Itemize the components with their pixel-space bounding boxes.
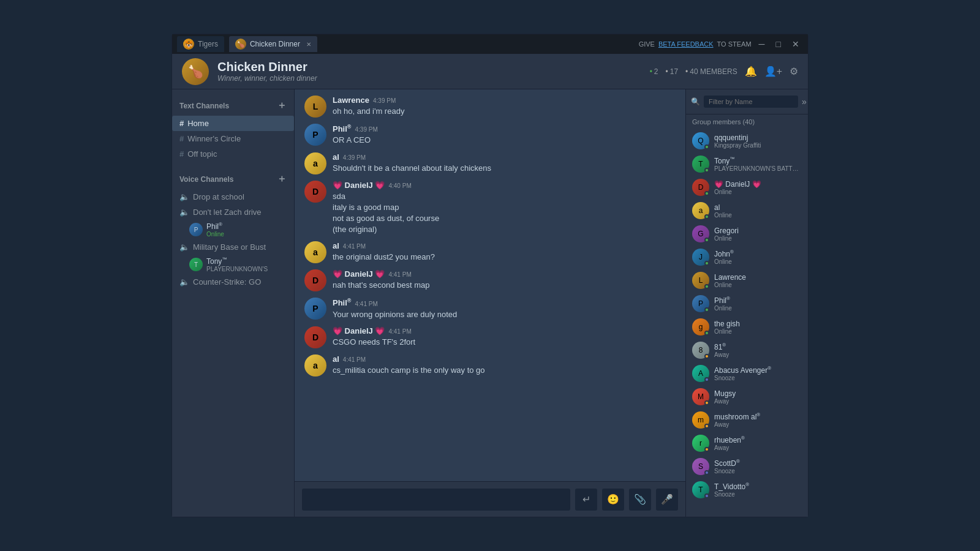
add-voice-channel-button[interactable]: ＋ <box>277 173 287 186</box>
maximize-button[interactable]: □ <box>772 38 785 50</box>
group-header: 🍗 Chicken Dinner Winner, winner, chicken… <box>172 54 808 89</box>
chat-area: L Lawrence 4:39 PM oh ho, and i'm ready … <box>295 89 685 517</box>
group-name: Chicken Dinner <box>217 60 641 74</box>
list-item[interactable]: L Lawrence Online <box>686 269 808 292</box>
member-info: rhueben® Away <box>714 435 802 451</box>
list-item[interactable]: a al Online <box>686 199 808 222</box>
members-panel: 🔍 » Group members (40) Q qqquentinj King… <box>685 89 808 517</box>
mic-button[interactable]: 🎤 <box>656 489 678 511</box>
close-button[interactable]: ✕ <box>788 38 803 50</box>
avatar: Q <box>692 132 709 149</box>
phil-info: Phil® Online <box>206 222 224 238</box>
channel-off-topic[interactable]: # Off topic <box>172 146 294 162</box>
avatar: r <box>692 435 709 452</box>
member-info: Lawrence Online <box>714 273 802 288</box>
avatar: D <box>692 179 709 196</box>
list-item[interactable]: P Phil® Online <box>686 292 808 315</box>
table-row: D 💗 DanielJ 💗 4:41 PM CSGO needs TF's 2f… <box>304 326 676 348</box>
hash-icon: # <box>179 149 184 159</box>
table-row: D 💗 DanielJ 💗 4:41 PM nah that's second … <box>304 269 676 291</box>
tony-avatar: T <box>189 258 203 271</box>
status-dot <box>704 377 709 382</box>
attach-button[interactable]: 📎 <box>629 489 651 511</box>
avatar: D <box>304 269 326 291</box>
table-row: D 💗 DanielJ 💗 4:40 PM sda italy is a goo… <box>304 181 676 236</box>
status-dot <box>704 168 709 173</box>
members-list: Q qqquentinj Kingspray Graffiti T Tony™ … <box>686 129 808 517</box>
avatar: M <box>692 388 709 405</box>
msg-content: Lawrence 4:39 PM oh ho, and i'm ready <box>333 96 676 117</box>
status-dot <box>704 400 709 405</box>
voice-dont-let-zach-drive[interactable]: 🔈 Don't let Zach drive <box>172 204 294 220</box>
member-info: qqquentinj Kingspray Graffiti <box>714 133 802 149</box>
status-dot <box>704 331 709 335</box>
minimize-button[interactable]: ─ <box>755 38 769 50</box>
avatar: J <box>692 249 709 266</box>
title-bar-right: GIVE BETA FEEDBACK TO STEAM ─ □ ✕ <box>639 38 803 50</box>
messages-container: L Lawrence 4:39 PM oh ho, and i'm ready … <box>295 89 685 481</box>
avatar: a <box>692 202 709 219</box>
send-button[interactable]: ↵ <box>575 489 597 511</box>
list-item[interactable]: m mushroom al® Away <box>686 408 808 432</box>
message-input[interactable] <box>302 489 570 511</box>
beta-feedback-link[interactable]: BETA FEEDBACK <box>658 40 714 48</box>
status-dot <box>704 261 709 266</box>
gear-icon[interactable]: ⚙ <box>790 66 798 77</box>
msg-content: 💗 DanielJ 💗 4:41 PM CSGO needs TF's 2for… <box>333 326 676 348</box>
avatar: S <box>692 458 709 475</box>
list-item[interactable]: r rhueben® Away <box>686 432 808 455</box>
list-item[interactable]: Q qqquentinj Kingspray Graffiti <box>686 129 808 152</box>
member-info: T_Vidotto® Snooze <box>714 482 802 498</box>
members-search-input[interactable] <box>704 96 798 108</box>
add-text-channel-button[interactable]: ＋ <box>277 99 287 112</box>
voice-user-tony: T Tony™ PLAYERUNKNOWN'S <box>172 255 294 274</box>
list-item[interactable]: S ScottD® Snooze <box>686 455 808 478</box>
list-item[interactable]: D 💗 DanielJ 💗 Online <box>686 176 808 199</box>
voice-drop-at-school[interactable]: 🔈 Drop at school <box>172 189 294 204</box>
table-row: a al 4:39 PM Shouldn't it be a channel a… <box>304 152 676 174</box>
status-dot <box>704 238 709 242</box>
avatar: L <box>692 272 709 289</box>
hash-icon: # <box>179 134 184 143</box>
voice-user-phil: P Phil® Online <box>172 220 294 239</box>
list-item[interactable]: A Abacus Avenger® Snooze <box>686 362 808 385</box>
avatar: P <box>304 298 326 320</box>
input-bar: ↵ 🙂 📎 🎤 <box>295 481 685 517</box>
voice-military-base[interactable]: 🔈 Military Base or Bust <box>172 239 294 255</box>
channel-home[interactable]: # Home <box>172 116 294 131</box>
online-count: • 2 <box>650 67 658 76</box>
emoji-button[interactable]: 🙂 <box>602 489 624 511</box>
channel-winners-circle[interactable]: # Winner's Circle <box>172 131 294 146</box>
voice-counter-strike[interactable]: 🔈 Counter-Strike: GO <box>172 274 294 290</box>
tony-info: Tony™ PLAYERUNKNOWN'S <box>206 257 268 272</box>
tab-close-icon[interactable]: ✕ <box>306 41 311 48</box>
status-dot <box>704 493 709 498</box>
status-dot <box>704 470 709 475</box>
add-person-icon[interactable]: 👤+ <box>764 66 782 77</box>
msg-content: al 4:41 PM the original dust2 you mean? <box>333 241 676 263</box>
member-info: al Online <box>714 203 802 219</box>
list-item[interactable]: J John® Online <box>686 246 808 269</box>
speaker-icon: 🔈 <box>179 208 189 217</box>
member-info: Tony™ PLAYERUNKNOWN'S BATTLEGR <box>714 156 802 172</box>
avatar: P <box>304 124 326 146</box>
list-item[interactable]: M Mugsy Away <box>686 385 808 408</box>
list-item[interactable]: T T_Vidotto® Snooze <box>686 478 808 501</box>
expand-icon[interactable]: » <box>802 97 807 107</box>
list-item[interactable]: g the gish Online <box>686 315 808 339</box>
tab-tigers[interactable]: 🐯 Tigers <box>177 36 224 52</box>
members-header: Group members (40) <box>686 114 808 129</box>
member-info: John® Online <box>714 249 802 265</box>
search-icon: 🔍 <box>691 97 700 106</box>
list-item[interactable]: 8 81® Away <box>686 339 808 362</box>
list-item[interactable]: G Gregori Online <box>686 222 808 246</box>
avatar: P <box>692 295 709 312</box>
member-info: the gish Online <box>714 320 802 335</box>
bell-icon[interactable]: 🔔 <box>745 66 757 77</box>
main-content: Text Channels ＋ # Home # Winner's Circle… <box>172 89 808 517</box>
sidebar: Text Channels ＋ # Home # Winner's Circle… <box>172 89 295 517</box>
list-item[interactable]: T Tony™ PLAYERUNKNOWN'S BATTLEGR <box>686 152 808 176</box>
member-info: 💗 DanielJ 💗 Online <box>714 180 802 195</box>
tab-chicken-dinner[interactable]: 🍗 Chicken Dinner ✕ <box>229 36 317 52</box>
msg-content: Phil® 4:41 PM Your wrong opinions are du… <box>333 298 676 320</box>
